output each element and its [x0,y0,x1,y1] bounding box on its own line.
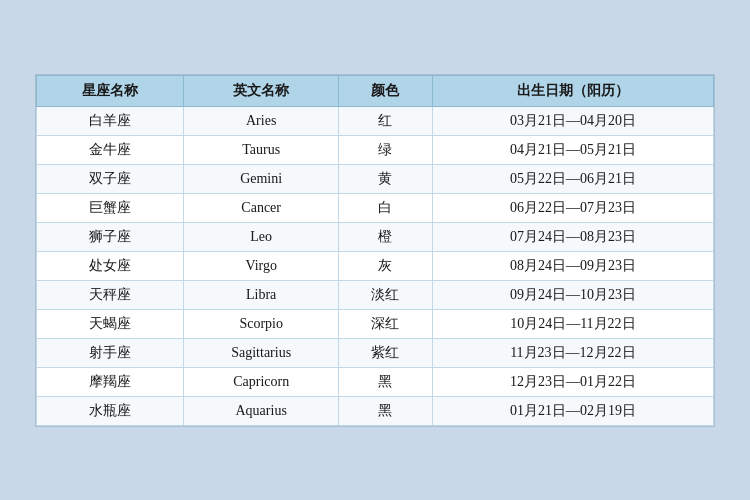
cell-dates: 03月21日—04月20日 [432,106,713,135]
cell-color: 绿 [339,135,433,164]
cell-english-name: Gemini [184,164,339,193]
cell-english-name: Capricorn [184,367,339,396]
cell-color: 红 [339,106,433,135]
cell-english-name: Scorpio [184,309,339,338]
cell-chinese-name: 双子座 [37,164,184,193]
cell-color: 紫红 [339,338,433,367]
header-color: 颜色 [339,75,433,106]
zodiac-table-wrapper: 星座名称 英文名称 颜色 出生日期（阳历） 白羊座Aries红03月21日—04… [35,74,715,427]
cell-color: 淡红 [339,280,433,309]
table-row: 天秤座Libra淡红09月24日—10月23日 [37,280,714,309]
cell-english-name: Aries [184,106,339,135]
table-body: 白羊座Aries红03月21日—04月20日金牛座Taurus绿04月21日—0… [37,106,714,425]
table-header-row: 星座名称 英文名称 颜色 出生日期（阳历） [37,75,714,106]
cell-english-name: Taurus [184,135,339,164]
table-row: 金牛座Taurus绿04月21日—05月21日 [37,135,714,164]
cell-chinese-name: 白羊座 [37,106,184,135]
cell-chinese-name: 射手座 [37,338,184,367]
cell-english-name: Leo [184,222,339,251]
cell-english-name: Virgo [184,251,339,280]
cell-dates: 04月21日—05月21日 [432,135,713,164]
cell-english-name: Libra [184,280,339,309]
cell-dates: 07月24日—08月23日 [432,222,713,251]
cell-chinese-name: 处女座 [37,251,184,280]
cell-english-name: Sagittarius [184,338,339,367]
table-row: 水瓶座Aquarius黑01月21日—02月19日 [37,396,714,425]
zodiac-table: 星座名称 英文名称 颜色 出生日期（阳历） 白羊座Aries红03月21日—04… [36,75,714,426]
cell-dates: 10月24日—11月22日 [432,309,713,338]
header-english-name: 英文名称 [184,75,339,106]
cell-color: 橙 [339,222,433,251]
cell-chinese-name: 摩羯座 [37,367,184,396]
table-row: 摩羯座Capricorn黑12月23日—01月22日 [37,367,714,396]
cell-color: 黑 [339,367,433,396]
cell-color: 白 [339,193,433,222]
cell-dates: 06月22日—07月23日 [432,193,713,222]
cell-chinese-name: 巨蟹座 [37,193,184,222]
cell-dates: 12月23日—01月22日 [432,367,713,396]
cell-chinese-name: 狮子座 [37,222,184,251]
cell-english-name: Aquarius [184,396,339,425]
cell-color: 深红 [339,309,433,338]
cell-english-name: Cancer [184,193,339,222]
cell-dates: 01月21日—02月19日 [432,396,713,425]
header-dates: 出生日期（阳历） [432,75,713,106]
table-row: 处女座Virgo灰08月24日—09月23日 [37,251,714,280]
table-row: 巨蟹座Cancer白06月22日—07月23日 [37,193,714,222]
header-chinese-name: 星座名称 [37,75,184,106]
cell-color: 黄 [339,164,433,193]
table-row: 白羊座Aries红03月21日—04月20日 [37,106,714,135]
cell-color: 黑 [339,396,433,425]
cell-dates: 05月22日—06月21日 [432,164,713,193]
cell-color: 灰 [339,251,433,280]
table-row: 双子座Gemini黄05月22日—06月21日 [37,164,714,193]
cell-chinese-name: 天秤座 [37,280,184,309]
cell-dates: 11月23日—12月22日 [432,338,713,367]
table-row: 天蝎座Scorpio深红10月24日—11月22日 [37,309,714,338]
table-row: 射手座Sagittarius紫红11月23日—12月22日 [37,338,714,367]
table-row: 狮子座Leo橙07月24日—08月23日 [37,222,714,251]
cell-dates: 09月24日—10月23日 [432,280,713,309]
cell-dates: 08月24日—09月23日 [432,251,713,280]
cell-chinese-name: 水瓶座 [37,396,184,425]
cell-chinese-name: 天蝎座 [37,309,184,338]
cell-chinese-name: 金牛座 [37,135,184,164]
